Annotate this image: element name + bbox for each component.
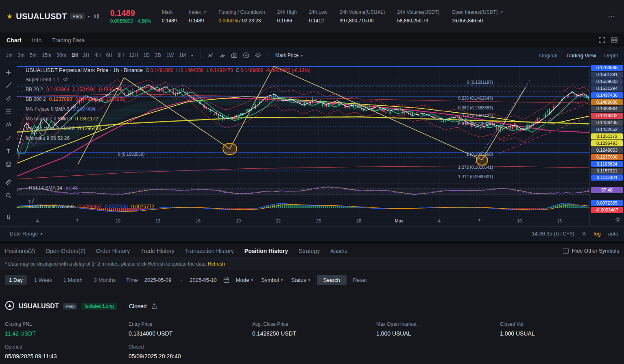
filter-dropdown-symbol[interactable]: Symbol▾	[261, 277, 283, 283]
date-from-field[interactable]: 2025-05-09	[144, 277, 172, 283]
field-value: 0.1314000 USDT	[129, 330, 252, 337]
hide-other-symbols-checkbox[interactable]	[563, 248, 569, 254]
axis-settings-icon[interactable]	[615, 217, 621, 223]
panel-tab-transaction-history[interactable]: Transaction History	[185, 248, 234, 254]
filter-dropdown-status[interactable]: Status▾	[291, 277, 310, 283]
panel-tab-strategy[interactable]: Strategy	[299, 248, 320, 254]
price-axis[interactable]: 0.17605850.15813910.15396030.15312940.14…	[589, 63, 624, 226]
interval-12h[interactable]: 12H	[129, 52, 138, 58]
layout-grid-icon[interactable]	[611, 37, 617, 43]
interval-6h[interactable]: 6H	[106, 52, 112, 58]
interval-1h[interactable]: 1H	[72, 52, 78, 58]
hide-other-symbols: Hide Other Symbols	[563, 248, 619, 254]
interval-1m[interactable]: 1M	[179, 52, 186, 58]
interval-3d[interactable]: 3D	[155, 52, 161, 58]
panel-tab-trade-history[interactable]: Trade History	[140, 248, 175, 254]
svg-text:10: 10	[116, 218, 120, 223]
interval-3m[interactable]: 3m	[18, 52, 25, 58]
indicators-icon[interactable]	[219, 52, 226, 59]
interval-4h[interactable]: 4H	[94, 52, 100, 58]
panel-tab-positions-2[interactable]: Positions(2)	[5, 248, 35, 254]
panel-tab-open-orders-2[interactable]: Open Orders(2)	[46, 248, 85, 254]
fullscreen-icon[interactable]	[599, 37, 605, 43]
svg-text:4: 4	[438, 218, 441, 223]
divider	[0, 241, 624, 244]
more-menu-icon[interactable]: ⋯	[608, 12, 617, 21]
interval-1w[interactable]: 1W	[166, 52, 174, 58]
date-range-dropdown[interactable]: Date Range▾	[10, 231, 42, 237]
interval-2h[interactable]: 2H	[83, 52, 89, 58]
share-icon[interactable]	[151, 303, 157, 310]
range-3-months[interactable]: 3 Months	[90, 275, 120, 285]
header-stat-mark: Mark0.1489	[162, 9, 177, 24]
field-value: 1,000 USUAL	[376, 330, 500, 337]
price-chart[interactable]: 0 (0.1591187)0.236 (0.1462649)0.382 (0.1…	[17, 63, 589, 226]
tab-info[interactable]: Info	[32, 37, 41, 44]
compare-icon[interactable]	[243, 52, 249, 59]
tradingview-logo	[28, 198, 37, 205]
refresh-link[interactable]: Refresh	[208, 261, 225, 267]
scale-percent-toggle[interactable]: %	[582, 231, 587, 237]
nav-actions	[599, 37, 617, 43]
svg-text:0.618 (0.1276220): 0.618 (0.1276220)	[458, 121, 493, 126]
panel-tab-order-history[interactable]: Order History	[96, 248, 130, 254]
view-mode-trading-view[interactable]: Trading View	[565, 52, 596, 59]
range-1-week[interactable]: 1 Week	[30, 275, 56, 285]
interval-1d[interactable]: 1D	[143, 52, 149, 58]
field-label: Opened	[5, 344, 129, 350]
tool-pattern-icon[interactable]	[3, 120, 14, 129]
rsi-name: RSI 14 SMA 14	[29, 185, 62, 191]
macd-value: 0.0075772	[131, 204, 155, 209]
view-mode-depth[interactable]: Depth	[604, 52, 618, 59]
pane-collapse-icon[interactable]: ‹	[18, 152, 20, 158]
symbol-dropdown-icon[interactable]: ▾	[88, 14, 90, 19]
interval-5m[interactable]: 5m	[30, 52, 37, 58]
date-to-field[interactable]: 2025-05-10	[190, 277, 217, 283]
panel-tabs: Positions(2)Open Orders(2)Order HistoryT…	[5, 248, 347, 254]
external-arrow-icon[interactable]: ↗	[498, 9, 503, 15]
panel-tab-position-history[interactable]: Position History	[244, 248, 288, 254]
stat-value: 16,055,846.50	[452, 18, 503, 24]
interval-30m[interactable]: 30m	[57, 52, 66, 58]
chart-canvas[interactable]: 0 (0.1591187)0.236 (0.1462649)0.382 (0.1…	[17, 63, 589, 226]
tool-fibonacci-icon[interactable]	[3, 107, 14, 116]
tool-magnet-icon[interactable]	[3, 213, 14, 222]
range-1-month[interactable]: 1 Month	[59, 275, 87, 285]
favorite-star-icon[interactable]: ★	[7, 12, 13, 21]
tool-brush-icon[interactable]	[3, 133, 14, 142]
calendar-icon[interactable]	[223, 277, 229, 283]
visibility-toggle-icon[interactable]	[63, 77, 69, 83]
tool-crosshair-icon[interactable]	[3, 68, 14, 77]
price-axis-label: 0.1531294	[591, 85, 623, 92]
svg-text:0.236 (0.1462649): 0.236 (0.1462649)	[458, 96, 493, 100]
mini-kline-icon[interactable]	[93, 13, 100, 20]
tool-measure-icon[interactable]	[3, 178, 14, 187]
interval-15m[interactable]: 15m	[42, 52, 51, 58]
external-arrow-icon[interactable]: ↗	[201, 9, 206, 15]
header-stats: Mark0.1489Index ↗0.1489Funding / Countdo…	[162, 9, 597, 24]
stat-label: Funding / Countdown	[218, 9, 265, 15]
price-source-dropdown[interactable]: Mark Price▾	[275, 52, 303, 58]
tool-channels-icon[interactable]	[3, 94, 14, 103]
panel-tab-assets[interactable]: Assets	[330, 248, 347, 254]
tool-zoom-icon[interactable]	[3, 191, 14, 200]
tool-trend-line-icon[interactable]	[3, 81, 14, 90]
stat-label: 24h High	[277, 9, 297, 15]
range-1-day[interactable]: 1 Day	[5, 275, 27, 285]
interval-more-icon[interactable]: ▾	[191, 53, 193, 58]
search-button[interactable]: Search	[317, 275, 347, 285]
reset-button[interactable]: Reset	[353, 277, 367, 283]
camera-icon[interactable]	[231, 52, 238, 59]
interval-8h[interactable]: 8H	[118, 52, 124, 58]
scale-auto-toggle[interactable]: auto	[608, 231, 618, 237]
settings-gear-icon[interactable]	[255, 52, 261, 59]
tool-text-icon[interactable]: T	[3, 147, 14, 156]
interval-1m[interactable]: 1m	[6, 52, 13, 58]
scale-log-toggle[interactable]: log	[593, 231, 600, 237]
tab-trading-data[interactable]: Trading Data	[52, 37, 85, 44]
view-mode-original[interactable]: Original	[539, 52, 557, 59]
filter-dropdown-mode[interactable]: Mode▾	[236, 277, 253, 283]
chart-style-icon[interactable]	[207, 52, 214, 59]
tool-emoji-icon[interactable]	[3, 160, 14, 169]
tab-chart[interactable]: Chart	[7, 37, 22, 44]
